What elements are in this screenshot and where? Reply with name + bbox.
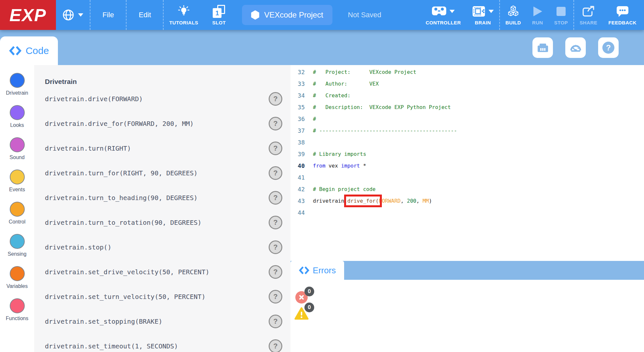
sidebar-item-label: Looks xyxy=(10,122,24,128)
sidebar-item-label: Sound xyxy=(9,155,24,160)
command-text: drivetrain.set_turn_velocity(50, PERCENT… xyxy=(45,293,206,301)
code-line: 34# Created: xyxy=(290,89,644,101)
run-button[interactable]: RUN xyxy=(527,0,549,30)
command-row[interactable]: drivetrain.turn_to_heading(90, DEGREES)? xyxy=(34,185,290,210)
line-number: 44 xyxy=(290,209,305,216)
brain-label: BRAIN xyxy=(475,20,491,25)
command-help-button[interactable]: ? xyxy=(269,290,282,304)
command-group-heading: Drivetrain xyxy=(45,77,290,87)
code-tab-label: Code xyxy=(26,45,49,56)
command-row[interactable]: drivetrain.drive(FORWARD)? xyxy=(34,87,290,111)
command-help-button[interactable]: ? xyxy=(269,240,282,254)
warning-count-badge: 0 xyxy=(304,303,314,312)
line-code: # Project: VEXcode Project xyxy=(313,69,416,75)
help-button[interactable]: ? xyxy=(598,37,619,58)
dashboard-button[interactable] xyxy=(565,37,586,58)
command-panel: Drivetrain drivetrain.drive(FORWARD)?dri… xyxy=(34,65,290,352)
build-button[interactable]: BUILD xyxy=(500,0,527,30)
brain-button[interactable]: BRAIN xyxy=(466,0,499,30)
stop-square-icon xyxy=(556,5,566,18)
share-icon xyxy=(582,5,595,18)
code-token: * xyxy=(360,163,366,169)
line-number: 36 xyxy=(290,115,305,122)
stop-button[interactable]: STOP xyxy=(549,0,573,30)
code-line: 37# ------------------------------------… xyxy=(290,125,644,136)
code-token: , xyxy=(401,198,407,204)
code-editor[interactable]: 32# Project: VEXcode Project33# Author: … xyxy=(290,65,644,261)
slot-button[interactable]: 1 SLOT xyxy=(204,0,235,30)
share-label: SHARE xyxy=(580,20,597,25)
command-row[interactable]: drivetrain.drive_for(FORWARD, 200, MM)? xyxy=(34,111,290,136)
sidebar-item-drivetrain[interactable]: Drivetrain xyxy=(0,73,34,105)
tutorials-label: TUTORIALS xyxy=(169,20,198,25)
line-number: 43 xyxy=(290,197,305,204)
file-menu[interactable]: File xyxy=(90,0,126,30)
tutorials-button[interactable]: TUTORIALS xyxy=(164,0,204,30)
sidebar-item-variables[interactable]: Variables xyxy=(0,266,34,298)
line-code: # Description: VEXcode EXP Python Projec… xyxy=(313,104,451,110)
command-list: drivetrain.drive(FORWARD)?drivetrain.dri… xyxy=(34,87,290,352)
errors-panel: 0 0 xyxy=(290,280,644,352)
language-menu-button[interactable] xyxy=(56,0,90,30)
command-row[interactable]: drivetrain.stop()? xyxy=(34,235,290,260)
line-code: # Author: VEX xyxy=(313,81,379,87)
line-number: 34 xyxy=(290,92,305,99)
code-token: # Project: VEXcode Project xyxy=(313,69,416,75)
command-help-button[interactable]: ? xyxy=(269,92,282,106)
code-brackets-icon xyxy=(9,46,21,55)
line-number: 40 xyxy=(290,162,305,169)
feedback-chat-icon xyxy=(616,5,629,18)
command-help-button[interactable]: ? xyxy=(269,265,282,279)
command-help-button[interactable]: ? xyxy=(269,315,282,328)
edit-menu[interactable]: Edit xyxy=(127,0,163,30)
command-help-button[interactable]: ? xyxy=(269,339,282,352)
command-row[interactable]: drivetrain.set_stopping(BRAKE)? xyxy=(34,309,290,334)
command-row[interactable]: drivetrain.set_drive_velocity(50, PERCEN… xyxy=(34,260,290,284)
share-button[interactable]: SHARE xyxy=(574,0,603,30)
command-help-button[interactable]: ? xyxy=(269,166,282,180)
code-line: 39# Library imports xyxy=(290,148,644,160)
command-row[interactable]: drivetrain.turn(RIGHT)? xyxy=(34,136,290,161)
command-help-button[interactable]: ? xyxy=(269,142,282,155)
sidebar-item-sensing[interactable]: Sensing xyxy=(0,234,34,266)
build-cubes-icon xyxy=(507,5,519,18)
command-row[interactable]: drivetrain.set_timeout(1, SECONDS)? xyxy=(34,334,290,352)
controller-button[interactable]: CONTROLLER xyxy=(420,0,466,30)
command-row[interactable]: drivetrain.turn_to_rotation(90, DEGREES)… xyxy=(34,210,290,235)
category-circle-icon xyxy=(10,234,25,249)
category-circle-icon xyxy=(10,298,25,313)
command-help-button[interactable]: ? xyxy=(269,191,282,205)
line-number: 33 xyxy=(290,80,305,87)
command-row[interactable]: drivetrain.turn_for(RIGHT, 90, DEGREES)? xyxy=(34,161,290,185)
sidebar-item-sound[interactable]: Sound xyxy=(0,137,34,169)
sidebar-item-events[interactable]: Events xyxy=(0,169,34,202)
feedback-button[interactable]: FEEDBACK xyxy=(603,0,642,30)
tab-code[interactable]: Code xyxy=(0,36,58,65)
errors-tab-label: Errors xyxy=(313,265,336,276)
controller-icon xyxy=(432,6,447,17)
command-help-button[interactable]: ? xyxy=(269,216,282,229)
code-token: # Description: VEXcode EXP Python Projec… xyxy=(313,104,451,110)
sidebar-item-functions[interactable]: Functions xyxy=(0,298,34,331)
command-text: drivetrain.turn(RIGHT) xyxy=(45,144,131,152)
project-name-button[interactable]: VEXcode Project xyxy=(242,5,332,25)
code-line: 44 xyxy=(290,207,644,218)
code-token: FORWARD xyxy=(379,198,400,204)
code-token: ) xyxy=(429,198,432,204)
command-row[interactable]: drivetrain.set_turn_velocity(50, PERCENT… xyxy=(34,284,290,309)
stop-label: STOP xyxy=(554,20,568,25)
line-code: from vex import * xyxy=(313,163,366,169)
question-mark-icon: ? xyxy=(602,42,614,54)
tab-errors[interactable]: Errors xyxy=(290,261,344,280)
code-line: 40from vex import * xyxy=(290,160,644,171)
sidebar-item-looks[interactable]: Looks xyxy=(0,105,34,137)
device-info-button[interactable] xyxy=(532,37,553,58)
command-help-button[interactable]: ? xyxy=(269,117,282,130)
command-text: drivetrain.drive_for(FORWARD, 200, MM) xyxy=(45,120,194,128)
category-sidebar: DrivetrainLooksSoundEventsControlSensing… xyxy=(0,65,34,352)
sidebar-item-control[interactable]: Control xyxy=(0,202,34,234)
run-play-icon xyxy=(532,5,543,18)
code-line: 36# xyxy=(290,113,644,125)
controller-label: CONTROLLER xyxy=(426,20,461,25)
code-line: 35# Description: VEXcode EXP Python Proj… xyxy=(290,101,644,113)
